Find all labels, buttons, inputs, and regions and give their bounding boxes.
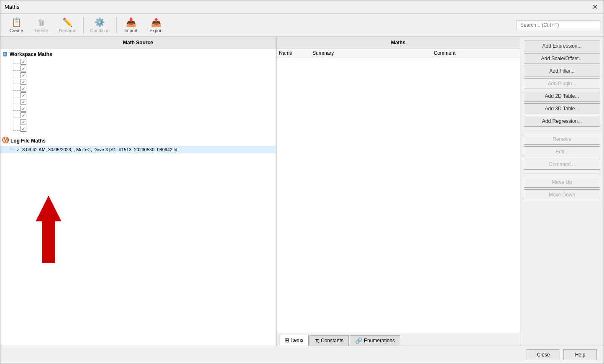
math-source-header: Math Source [0,37,276,48]
btn-separator-1 [524,130,600,130]
tree-branch: └─ [9,148,15,152]
maths-table-header: Name Summary Comment [276,48,520,58]
add-scale-offset-button[interactable]: Add Scale/Offset... [524,53,600,64]
right-panel: Maths Name Summary Comment ⊞ Items π [276,37,604,346]
tree-indent [13,113,20,117]
checkbox-4[interactable] [20,79,26,85]
tree-indent [13,93,20,97]
export-button[interactable]: 📤 Export [143,15,169,35]
title-bar: Maths ✕ [0,0,604,14]
condition-button[interactable]: ⚙️ Condition [85,15,115,35]
tree-indent [13,66,20,71]
workspace-label: Workspace Maths [10,51,52,57]
tree-indent [13,107,20,111]
logfile-label: Log File Maths [10,138,46,144]
checkbox-3[interactable] [20,72,26,78]
log-checkbox[interactable] [16,147,20,153]
tree-indent [13,87,20,91]
create-button[interactable]: 📋 Create [4,15,29,35]
tab-items-label: Items [291,337,303,343]
create-icon: 📋 [11,17,22,27]
tree-indent [13,127,20,131]
footer: Close Help [0,346,604,364]
btn-separator-2 [524,173,600,173]
logfile-maths-header[interactable]: Ⓜ Log File Maths [0,135,276,146]
bottom-tabs: ⊞ Items π Constants 🔗 Enumerations [276,333,520,346]
tree-indent [13,73,20,77]
checkbox-1[interactable] [20,59,26,65]
constants-icon: π [315,337,319,344]
list-item[interactable] [0,112,276,119]
main-window: Maths ✕ 📋 Create 🗑 Delete ✏️ Rename ⚙️ C… [0,0,604,364]
list-item[interactable] [0,125,276,132]
list-item[interactable] [0,85,276,92]
checkbox-6[interactable] [20,92,26,98]
move-down-button[interactable]: Move Down [524,189,600,200]
toolbar-separator-1 [83,17,84,33]
tab-constants[interactable]: π Constants [310,335,349,346]
arrow-svg [23,192,74,267]
add-2d-table-button[interactable]: Add 2D Table... [524,91,600,102]
log-entry[interactable]: └─ 8:09:42 AM, 30/05/2023, , MoTeC, Driv… [0,146,276,153]
create-label: Create [9,28,23,33]
remove-button[interactable]: Remove [524,134,600,145]
add-expression-button[interactable]: Add Expression... [524,41,600,51]
close-button[interactable]: Close [527,349,560,360]
maths-header: Maths [276,37,520,48]
col-comment-header: Comment [434,50,517,56]
tree-indent [13,100,20,104]
arrow-annotation [23,192,74,268]
import-button[interactable]: 📥 Import [118,15,143,35]
list-item[interactable] [0,99,276,105]
maths-area: Maths Name Summary Comment ⊞ Items π [276,37,520,346]
search-input[interactable] [517,20,600,30]
maths-content [276,58,520,333]
tab-enumerations-label: Enumerations [364,338,395,344]
import-label: Import [124,28,137,33]
list-item[interactable] [0,119,276,125]
add-filter-button[interactable]: Add Filter... [524,66,600,76]
checkbox-7[interactable] [20,99,26,105]
checkbox-9[interactable] [20,112,26,118]
button-panel: Add Expression... Add Scale/Offset... Ad… [520,37,604,346]
add-3d-table-button[interactable]: Add 3D Table... [524,103,600,114]
list-item[interactable] [0,65,276,72]
close-icon[interactable]: ✕ [591,3,599,11]
checkbox-2[interactable] [20,66,26,71]
comment-button[interactable]: Comment... [524,159,600,170]
move-up-button[interactable]: Move Up [524,177,600,188]
main-content: Math Source 🖥 Workspace Maths [0,37,604,346]
list-item[interactable] [0,72,276,79]
delete-icon: 🗑 [37,18,46,27]
checkbox-10[interactable] [20,119,26,125]
delete-label: Delete [35,28,48,33]
checkbox-8[interactable] [20,106,26,112]
workspace-icon: 🖥 [2,51,8,58]
tab-enumerations[interactable]: 🔗 Enumerations [350,335,400,346]
edit-button[interactable]: Edit... [524,146,600,157]
list-item[interactable] [0,92,276,99]
rename-button[interactable]: ✏️ Rename [54,15,82,35]
list-item[interactable] [0,79,276,85]
checkbox-5[interactable] [20,86,26,92]
workspace-maths-header[interactable]: 🖥 Workspace Maths [0,50,276,59]
tab-items[interactable]: ⊞ Items [279,335,309,346]
list-item[interactable] [0,105,276,112]
add-regression-button[interactable]: Add Regression... [524,116,600,127]
add-plugin-button[interactable]: Add Plugin... [524,78,600,89]
checkbox-11[interactable] [20,126,26,132]
tree-indent [13,60,20,64]
tab-constants-label: Constants [321,338,343,344]
window-title: Maths [5,4,19,10]
col-name-header: Name [279,50,312,56]
toolbar: 📋 Create 🗑 Delete ✏️ Rename ⚙️ Condition… [0,14,604,37]
list-item[interactable] [0,59,276,65]
tree-indent [13,80,20,84]
math-source-content: 🖥 Workspace Maths [0,48,276,346]
tree-indent [13,120,20,124]
rename-icon: ✏️ [62,17,73,27]
help-button[interactable]: Help [563,349,597,360]
export-label: Export [149,28,163,33]
delete-button[interactable]: 🗑 Delete [29,16,54,35]
toolbar-separator-2 [116,17,117,33]
